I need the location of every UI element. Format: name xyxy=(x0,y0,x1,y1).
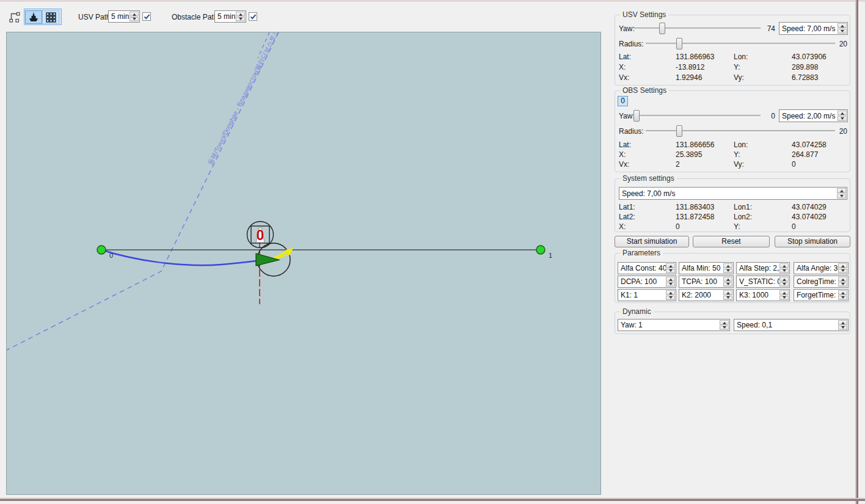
obs-radius-slider[interactable] xyxy=(646,125,835,137)
slider-groove[interactable] xyxy=(646,43,835,45)
field-value: 43.074029 xyxy=(792,203,827,211)
spin-up-button[interactable] xyxy=(838,277,847,282)
grid-mode-button[interactable] xyxy=(42,10,59,24)
spin-down-button[interactable] xyxy=(838,282,847,287)
spin-down-button[interactable] xyxy=(838,269,847,274)
spin-down-button[interactable] xyxy=(666,282,675,287)
spin-up-button[interactable] xyxy=(838,111,847,115)
start-simulation-button[interactable]: Start simulation xyxy=(615,236,689,247)
stop-simulation-button[interactable]: Stop simulation xyxy=(775,236,850,247)
usv-speed-spinbox[interactable]: Speed: 7,00 m/s xyxy=(779,22,848,35)
spin-up-button[interactable] xyxy=(236,12,245,16)
colreg-time-spinbox[interactable]: ColregTime: 30 xyxy=(794,276,849,288)
obs-tab-0[interactable]: 0 xyxy=(618,96,628,106)
slider-handle[interactable] xyxy=(659,23,665,34)
spin-up-button[interactable] xyxy=(666,277,675,282)
system-row-1: Lat1:131.863403 Lon1:43.074029 xyxy=(615,203,850,212)
spin-up-button[interactable] xyxy=(723,277,732,282)
obstacle-path-spinbox[interactable]: 5 min. xyxy=(214,10,246,23)
system-speed-spinbox[interactable]: Speed: 7,00 m/s xyxy=(619,187,847,200)
waypoint-0-dot[interactable] xyxy=(97,246,106,254)
map-canvas[interactable]: 동해/Тонхэ/Donghae - Владивосток(블라디보스토크) … xyxy=(6,32,601,495)
spin-up-button[interactable] xyxy=(838,290,847,295)
tcpa-spinbox[interactable]: TCPA: 100 xyxy=(679,276,734,288)
spin-down-button[interactable] xyxy=(837,194,846,199)
usv-path-spinbox[interactable]: 5 min. xyxy=(108,10,140,23)
field-value: 0 xyxy=(792,160,796,169)
system-speed-value: Speed: 7,00 m/s xyxy=(619,189,837,198)
spin-down-button[interactable] xyxy=(838,29,847,34)
k3-spinbox[interactable]: K3: 1000 xyxy=(736,289,790,301)
spin-down-button[interactable] xyxy=(838,116,847,121)
field-label: Vy: xyxy=(734,73,744,82)
usv-radius-label: Radius: xyxy=(619,40,644,48)
ship-mode-button[interactable] xyxy=(25,10,42,24)
spin-down-button[interactable] xyxy=(779,269,789,274)
spin-up-button[interactable] xyxy=(720,320,729,325)
spin-down-button[interactable] xyxy=(666,296,675,301)
spin-down-button[interactable] xyxy=(723,269,732,274)
field-label: Lon1: xyxy=(734,203,752,211)
waypoint-1-dot[interactable] xyxy=(536,246,545,254)
dynamic-title: Dynamic xyxy=(620,307,654,316)
dcpa-spinbox[interactable]: DCPA: 100 xyxy=(618,276,676,288)
obstacle-path-checkbox[interactable] xyxy=(249,12,257,21)
usv-radius-slider[interactable] xyxy=(646,38,835,49)
spin-up-button[interactable] xyxy=(666,290,675,295)
spin-up-button[interactable] xyxy=(779,277,789,282)
alfa-step-spinbox[interactable]: Alfa Step: 2,10 xyxy=(736,262,790,274)
spin-up-button[interactable] xyxy=(838,263,847,268)
slider-handle[interactable] xyxy=(676,38,682,49)
field-label: Vy: xyxy=(734,160,744,169)
k1-spinbox[interactable]: K1: 1 xyxy=(618,289,676,301)
spin-down-button[interactable] xyxy=(779,296,789,301)
usv-yaw-slider[interactable] xyxy=(633,23,761,34)
alfa-min-spinbox[interactable]: Alfa Min: 50 xyxy=(679,262,734,274)
slider-handle[interactable] xyxy=(633,110,640,122)
system-settings-title: System settings xyxy=(620,174,677,183)
spin-up-button[interactable] xyxy=(723,290,732,295)
param-value: K2: 2000 xyxy=(679,291,723,299)
slider-groove[interactable] xyxy=(633,27,761,30)
waypoint-1[interactable]: 1 xyxy=(536,246,552,259)
alfa-angle-spinbox[interactable]: Alfa Angle: 30 xyxy=(794,262,849,274)
spin-up-button[interactable] xyxy=(130,12,139,16)
reset-button[interactable]: Reset xyxy=(693,236,770,247)
usv-path-checkbox[interactable] xyxy=(142,12,151,21)
alfa-const-spinbox[interactable]: Alfa Const: 400 xyxy=(618,262,676,274)
slider-handle[interactable] xyxy=(676,125,682,137)
k2-spinbox[interactable]: K2: 2000 xyxy=(679,289,734,301)
spin-up-button[interactable] xyxy=(838,23,847,28)
spin-up-button[interactable] xyxy=(779,263,789,268)
spin-down-button[interactable] xyxy=(723,296,732,301)
spin-up-button[interactable] xyxy=(779,290,789,295)
spin-down-button[interactable] xyxy=(666,269,675,274)
spin-down-button[interactable] xyxy=(779,282,789,287)
usv-boat-icon xyxy=(256,254,279,266)
spin-up-button[interactable] xyxy=(666,263,675,268)
v-static-spinbox[interactable]: V_STATIC: 0,90 xyxy=(736,276,790,288)
obs-yaw-slider[interactable] xyxy=(633,110,761,122)
spin-down-button[interactable] xyxy=(236,17,245,22)
spin-down-button[interactable] xyxy=(838,326,847,331)
obs-speed-spinbox[interactable]: Speed: 2,00 m/s xyxy=(779,109,848,122)
spin-down-button[interactable] xyxy=(720,326,729,331)
slider-groove[interactable] xyxy=(646,130,835,133)
waypoint-0[interactable]: 0 xyxy=(97,246,113,259)
dynamic-speed-spinbox[interactable]: Speed: 0,1 xyxy=(734,319,849,331)
spin-up-button[interactable] xyxy=(838,320,847,325)
field-value: 1.92946 xyxy=(676,73,702,82)
usv-yaw-value: 74 xyxy=(762,24,775,33)
spin-up-button[interactable] xyxy=(723,263,732,268)
slider-groove[interactable] xyxy=(633,115,761,117)
forget-time-spinbox[interactable]: ForgetTime: 30 xyxy=(794,289,849,301)
usv-marker[interactable] xyxy=(256,243,293,276)
spin-up-button[interactable] xyxy=(837,188,846,193)
dynamic-yaw-spinbox[interactable]: Yaw: 1 xyxy=(618,319,730,331)
usv-path-value: 5 min. xyxy=(109,12,130,21)
spin-down-button[interactable] xyxy=(130,17,139,22)
spin-down-button[interactable] xyxy=(723,282,732,287)
spin-down-button[interactable] xyxy=(838,296,847,301)
path-edit-icon[interactable] xyxy=(8,10,21,24)
window-frame-right xyxy=(856,0,858,504)
